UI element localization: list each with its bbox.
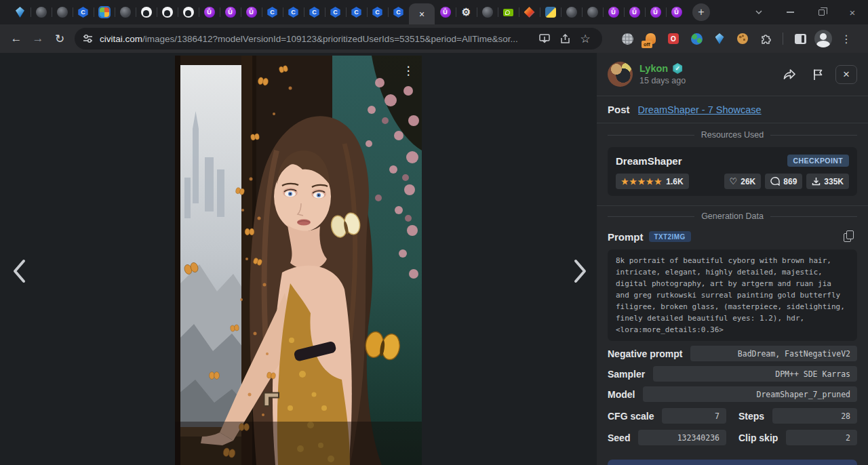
negative-prompt-value[interactable]: BadDream, FastNegativeV2 — [690, 346, 857, 361]
tab-dark-globe[interactable] — [582, 3, 603, 21]
earth-extension-icon[interactable] — [685, 28, 708, 49]
tab-dark-globe[interactable] — [477, 3, 498, 21]
tab-github[interactable] — [136, 3, 157, 21]
user-avatar[interactable] — [608, 62, 633, 87]
globe-extension-icon[interactable] — [616, 28, 639, 49]
tab-civitai-diamond[interactable] — [9, 3, 31, 21]
reload-button[interactable]: ↻ — [49, 28, 71, 49]
tab-dark-globe[interactable] — [561, 3, 582, 21]
cookie-extension-icon[interactable] — [731, 28, 754, 49]
copy-generation-data-button[interactable] — [608, 460, 857, 465]
bookmark-star-icon[interactable]: ☆ — [576, 30, 594, 47]
close-window-button[interactable]: × — [837, 0, 868, 24]
back-button[interactable]: ← — [5, 28, 27, 49]
resource-card[interactable]: DreamShaper CHECKPOINT ★★★★★ 1.6K ♡ 26K — [608, 147, 857, 196]
sampler-value[interactable]: DPM++ SDE Karras — [653, 366, 857, 382]
negative-prompt-row: Negative prompt BadDream, FastNegativeV2 — [608, 346, 857, 361]
red-o-extension-icon[interactable]: O — [662, 28, 685, 49]
torch-extension-icon[interactable]: off — [639, 28, 662, 49]
browser-menu-icon[interactable]: ⋮ — [835, 28, 858, 49]
previous-image-button[interactable] — [4, 256, 34, 286]
forward-button[interactable]: → — [27, 28, 49, 49]
comments-pill[interactable]: 869 — [765, 174, 802, 189]
url-text[interactable]: civitai.com/images/1386412?modelVersionI… — [100, 34, 533, 44]
prompt-text[interactable]: 8k portrait of beautiful cyborg with bro… — [608, 249, 857, 341]
tab-purple-u[interactable]: Û — [645, 3, 666, 21]
tab-purple-u[interactable]: Û — [603, 3, 624, 21]
checkpoint-badge[interactable]: CHECKPOINT — [787, 155, 849, 167]
tab-nvidia[interactable] — [498, 3, 519, 21]
tab-civitai-hex[interactable]: C — [325, 3, 346, 21]
downloads-count: 335K — [824, 177, 844, 186]
side-panel-icon[interactable] — [789, 28, 812, 49]
resource-name[interactable]: DreamShaper — [616, 155, 682, 167]
share-icon[interactable] — [556, 30, 574, 47]
active-tab[interactable]: × — [409, 3, 435, 24]
tab-purple-u[interactable]: Û — [624, 3, 645, 21]
close-panel-button[interactable]: × — [835, 65, 857, 84]
txt2img-badge[interactable]: TXT2IMG — [649, 231, 691, 242]
restore-button[interactable] — [806, 0, 837, 24]
tab-purple-u[interactable]: Û — [199, 3, 220, 21]
active-tab-close-icon[interactable]: × — [419, 9, 425, 19]
tab-purple-u[interactable]: Û — [241, 3, 262, 21]
heart-icon: ♡ — [730, 177, 738, 186]
model-value[interactable]: DreamShaper_7_pruned — [643, 386, 857, 402]
tab-git-diamond[interactable] — [519, 3, 540, 21]
extension-off-badge: off — [642, 41, 652, 48]
cfg-scale-value[interactable]: 7 — [662, 408, 726, 424]
post-link[interactable]: DreamShaper - 7 Showcase — [638, 104, 762, 115]
store-grid-icon — [100, 7, 109, 17]
address-bar[interactable]: civitai.com/images/1386412?modelVersionI… — [75, 28, 602, 49]
profile-avatar-icon[interactable] — [812, 28, 835, 49]
sampler-row: Sampler DPM++ SDE Karras — [608, 366, 857, 382]
tab-purple-u[interactable]: Û — [220, 3, 241, 21]
steps-label: Steps — [738, 411, 764, 422]
purple-u-icon: Û — [629, 7, 640, 18]
install-app-icon[interactable] — [536, 30, 553, 47]
tab-civitai-hex[interactable]: C — [346, 3, 367, 21]
copy-prompt-icon[interactable] — [841, 229, 857, 244]
likes-pill[interactable]: ♡ 26K — [724, 174, 762, 189]
report-flag-icon[interactable] — [807, 65, 829, 84]
tab-dark-globe[interactable] — [31, 3, 52, 21]
tab-civitai-hex[interactable]: C — [73, 3, 94, 21]
tab-gear[interactable]: ⚙ — [456, 3, 477, 21]
tab-civitai-hex[interactable]: C — [388, 3, 409, 21]
civitai-extension-icon[interactable] — [708, 28, 731, 49]
tab-civitai-hex[interactable]: C — [367, 3, 388, 21]
civitai-hex-icon: C — [372, 7, 383, 18]
site-info-icon[interactable] — [83, 34, 93, 43]
image-options-menu-icon[interactable]: ⋮ — [399, 61, 418, 80]
tab-purple-u[interactable]: Û — [435, 3, 456, 21]
new-tab-button[interactable]: + — [692, 3, 710, 21]
steps-value[interactable]: 28 — [772, 408, 857, 424]
rating-pill[interactable]: ★★★★★ 1.6K — [616, 174, 689, 189]
next-image-button[interactable] — [566, 256, 595, 286]
tab-civitai-hex[interactable]: C — [262, 3, 283, 21]
share-image-icon[interactable] — [778, 65, 800, 84]
seed-label: Seed — [608, 432, 630, 443]
tab-github[interactable] — [157, 3, 178, 21]
seed-value[interactable]: 132340236 — [638, 430, 726, 445]
dark-globe-icon — [482, 7, 493, 18]
username-link[interactable]: Lykon — [639, 63, 668, 74]
tab-purple-u[interactable]: Û — [666, 3, 687, 21]
cfg-steps-row: CFG scale 7 Steps 28 — [608, 408, 857, 424]
tab-python[interactable] — [540, 3, 561, 21]
tab-search-chevron-icon[interactable] — [743, 0, 774, 24]
civitai-diamond-icon — [16, 7, 24, 18]
tab-civitai-hex[interactable]: C — [304, 3, 325, 21]
tab-civitai-hex[interactable]: C — [283, 3, 304, 21]
artwork-image — [175, 56, 422, 465]
tab-store-grid[interactable] — [94, 3, 115, 21]
dark-globe-icon — [587, 7, 598, 18]
tab-github[interactable] — [178, 3, 199, 21]
minimize-button[interactable] — [774, 0, 806, 24]
tab-dark-globe[interactable] — [115, 3, 136, 21]
clip-skip-value[interactable]: 2 — [786, 430, 857, 445]
purple-u-icon: Û — [671, 7, 682, 18]
tab-dark-globe[interactable] — [52, 3, 73, 21]
extensions-puzzle-icon[interactable] — [754, 28, 777, 49]
downloads-pill[interactable]: 335K — [806, 174, 849, 189]
